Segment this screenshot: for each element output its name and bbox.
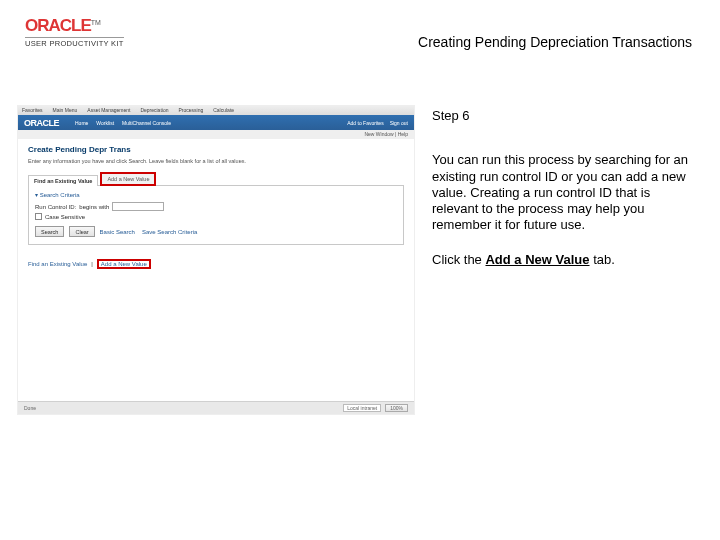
brand-subtitle: USER PRODUCTIVITY KIT (25, 37, 124, 48)
crumb[interactable]: Depreciation (140, 107, 168, 114)
page-title: Creating Pending Depreciation Transactio… (418, 34, 692, 50)
nav-link[interactable]: Worklist (96, 120, 114, 126)
save-search-link[interactable]: Save Search Criteria (142, 229, 197, 235)
status-text: Done (24, 405, 36, 411)
crumb[interactable]: Favorites (22, 107, 43, 114)
bottom-links: Find an Existing Value | Add a New Value (28, 259, 404, 269)
operator-text[interactable]: begins with (79, 204, 109, 210)
basic-search-link[interactable]: Basic Search (100, 229, 135, 235)
search-legend[interactable]: ▾ Search Criteria (35, 191, 397, 198)
breadcrumb: Favorites Main Menu Asset Management Dep… (18, 106, 414, 115)
instruction-action: Click the Add a New Value tab. (432, 252, 696, 268)
instruction-body: You can run this process by searching fo… (432, 152, 696, 233)
checkbox-label: Case Sensitive (45, 214, 85, 220)
nav-link[interactable]: Home (75, 120, 88, 126)
zoom-level[interactable]: 100% (385, 404, 408, 412)
nav-link[interactable]: MultiChannel Console (122, 120, 171, 126)
crumb[interactable]: Calculate (213, 107, 234, 114)
zone-label: Local intranet (343, 404, 381, 412)
action-pre: Click the (432, 252, 485, 267)
tab-add-new-value[interactable]: Add a New Value (100, 172, 156, 186)
step-label: Step 6 (432, 108, 696, 124)
instruction-panel: Step 6 You can run this process by searc… (432, 108, 696, 268)
separator: | (91, 261, 93, 267)
brand-logo: ORACLETM USER PRODUCTIVITY KIT (25, 16, 124, 48)
browser-statusbar: Done Local intranet 100% (18, 401, 414, 414)
case-sensitive-checkbox[interactable] (35, 213, 42, 220)
checkbox-row: Case Sensitive (35, 213, 397, 220)
tab-find-existing[interactable]: Find an Existing Value (28, 175, 98, 186)
embedded-screenshot: Favorites Main Menu Asset Management Dep… (17, 105, 415, 415)
content-desc: Enter any information you have and click… (28, 158, 404, 164)
crumb[interactable]: Processing (178, 107, 203, 114)
search-button[interactable]: Search (35, 226, 64, 237)
nav-link[interactable]: Sign out (390, 120, 408, 126)
subheader[interactable]: New Window | Help (18, 130, 414, 139)
content-title: Create Pending Depr Trans (28, 145, 404, 154)
tabs: Find an Existing Value Add a New Value (28, 172, 404, 186)
brand-text: ORACLE (25, 16, 91, 36)
run-control-id-input[interactable] (112, 202, 164, 211)
field-label: Run Control ID: (35, 204, 76, 210)
crumb[interactable]: Main Menu (53, 107, 78, 114)
action-post: tab. (590, 252, 615, 267)
field-row: Run Control ID: begins with (35, 202, 397, 211)
button-row: Search Clear Basic Search Save Search Cr… (35, 226, 397, 237)
nav-brand: ORACLE (24, 118, 59, 128)
search-panel: ▾ Search Criteria Run Control ID: begins… (28, 185, 404, 245)
crumb[interactable]: Asset Management (87, 107, 130, 114)
content-body: Create Pending Depr Trans Enter any info… (18, 139, 414, 275)
global-nav: ORACLE Home Worklist MultiChannel Consol… (18, 115, 414, 130)
clear-button[interactable]: Clear (69, 226, 94, 237)
nav-link[interactable]: Add to Favorites (347, 120, 383, 126)
action-target: Add a New Value (485, 252, 589, 267)
link-find-existing[interactable]: Find an Existing Value (28, 261, 87, 267)
brand-tm: TM (91, 19, 101, 26)
link-add-new-value[interactable]: Add a New Value (97, 259, 151, 269)
